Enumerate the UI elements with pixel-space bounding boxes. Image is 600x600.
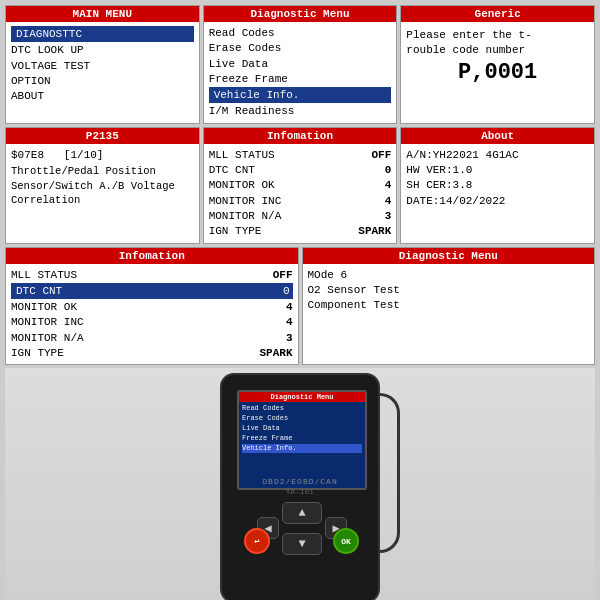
info1-row2: MONITOR OK 4 [209,178,392,192]
up-arrow-icon: ▲ [298,506,305,520]
infomation1-panel: Infomation MLL STATUS OFF DTC CNT 0 MONI… [203,127,398,244]
about-panel: About A/N:YH22021 4G1AC HW VER:1.0 SH CE… [400,127,595,244]
screen-item-2: Live Data [242,424,362,434]
generic-body: Please enter the t- rouble code number P… [401,22,594,93]
about-line0: A/N:YH22021 4G1AC [406,148,589,162]
diagnostic-menu-panel: Diagnostic Menu Read Codes Erase Codes L… [203,5,398,124]
diag2-item-component[interactable]: Component Test [308,298,590,312]
menu-item-voltagetest[interactable]: VOLTAGE TEST [11,59,194,73]
generic-header: Generic [401,6,594,22]
device-screen-header: Diagnostic Menu [239,392,365,402]
p2135-subheader: $07E8 [1/10] [11,148,194,162]
nav-down-button[interactable]: ▼ [282,533,322,555]
about-header: About [401,128,594,144]
diag2-item-o2sensor[interactable]: O2 Sensor Test [308,283,590,297]
info1-row4: MONITOR N/A 3 [209,209,392,223]
device-screen-items: Read Codes Erase Codes Live Data Freeze … [239,402,365,455]
generic-panel: Generic Please enter the t- rouble code … [400,5,595,124]
main-menu-header: MAIN MENU [6,6,199,22]
device-body: Diagnostic Menu Read Codes Erase Codes L… [220,373,380,600]
info2-row5: IGN TYPE SPARK [11,346,293,360]
screen-item-0: Read Codes [242,404,362,414]
screen-item-3: Freeze Frame [242,434,362,444]
p2135-panel: P2135 $07E8 [1/10] Throttle/Pedal Positi… [5,127,200,244]
info2-row3: MONITOR INC 4 [11,315,293,329]
nav-up-button[interactable]: ▲ [282,502,322,524]
diagnostic-menu2-body: MOde 6 O2 Sensor Test Component Test [303,264,595,317]
info1-row1: DTC CNT 0 [209,163,392,177]
diag-item-freezeframe[interactable]: Freeze Frame [209,72,392,86]
diagnostic-menu2-panel: Diagnostic Menu MOde 6 O2 Sensor Test Co… [302,247,596,366]
infomation1-body: MLL STATUS OFF DTC CNT 0 MONITOR OK 4 MO… [204,144,397,243]
p2135-body: $07E8 [1/10] Throttle/Pedal Position Sen… [6,144,199,212]
infomation2-body: MLL STATUS OFF DTC CNT 0 MONITOR OK 4 MO… [6,264,298,365]
generic-desc1: Please enter the t- [406,28,589,42]
device-wrapper: Diagnostic Menu Read Codes Erase Codes L… [190,373,410,600]
diag-item-livedata[interactable]: Live Data [209,57,392,71]
diag-item-readcodes[interactable]: Read Codes [209,26,392,40]
menu-item-dtclookup[interactable]: DTC LOOK UP [11,43,194,57]
about-line2: SH CER:3.8 [406,178,589,192]
menu-item-about[interactable]: ABOUT [11,89,194,103]
p2135-header: P2135 [6,128,199,144]
info2-row0: MLL STATUS OFF [11,268,293,282]
info2-row1-highlighted: DTC CNT 0 [11,283,293,299]
diag-item-erasecodes[interactable]: Erase Codes [209,41,392,55]
diag2-item-mode6[interactable]: MOde 6 [308,268,590,282]
diag-item-imreadiness[interactable]: I/M Readiness [209,104,392,118]
infomation2-panel: Infomation MLL STATUS OFF DTC CNT 0 MONI… [5,247,299,366]
info1-row3: MONITOR INC 4 [209,194,392,208]
diagnostic-menu2-header: Diagnostic Menu [303,248,595,264]
info2-row4: MONITOR N/A 3 [11,331,293,345]
ok-button[interactable]: OK [333,528,359,554]
info1-row0: MLL STATUS OFF [209,148,392,162]
device-model: YA-101 [286,488,314,496]
about-line1: HW VER:1.0 [406,163,589,177]
back-button[interactable]: ↩ [244,528,270,554]
menu-item-diagnosttc[interactable]: DIAGNOSTTC [11,26,194,42]
device-section: Diagnostic Menu Read Codes Erase Codes L… [5,368,595,600]
main-menu-panel: MAIN MENU DIAGNOSTTC DTC LOOK UP VOLTAGE… [5,5,200,124]
back-icon: ↩ [254,536,259,547]
device-screen: Diagnostic Menu Read Codes Erase Codes L… [237,390,367,490]
about-line3: DATE:14/02/2022 [406,194,589,208]
down-arrow-icon: ▼ [298,537,305,551]
screen-item-4: Vehicle Info. [242,444,362,454]
info1-row5: IGN TYPE SPARK [209,224,392,238]
infomation1-header: Infomation [204,128,397,144]
diagnostic-menu-header: Diagnostic Menu [204,6,397,22]
screen-item-1: Erase Codes [242,414,362,424]
menu-item-option[interactable]: OPTION [11,74,194,88]
main-menu-body: DIAGNOSTTC DTC LOOK UP VOLTAGE TEST OPTI… [6,22,199,107]
infomation2-header: Infomation [6,248,298,264]
info2-row2: MONITOR OK 4 [11,300,293,314]
diagnostic-menu-body: Read Codes Erase Codes Live Data Freeze … [204,22,397,123]
ok-label: OK [341,537,351,546]
generic-desc2: rouble code number [406,43,589,57]
p2135-description: Throttle/Pedal Position Sensor/Switch A.… [11,164,194,208]
about-body: A/N:YH22021 4G1AC HW VER:1.0 SH CER:3.8 … [401,144,594,212]
generic-code: P,0001 [406,59,589,88]
diag-item-vehicleinfo[interactable]: Vehicle Info. [209,87,392,103]
device-brand: OBD2/EOBD/CAN [262,477,337,486]
